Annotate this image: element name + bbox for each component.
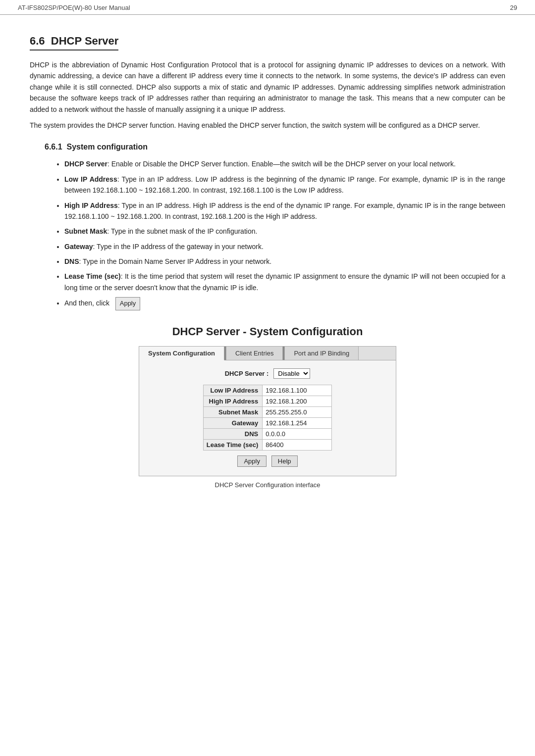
field-value-gateway: 192.168.1.254	[263, 418, 332, 429]
field-value-lease: 86400	[263, 440, 332, 451]
table-row: Lease Time (sec) 86400	[203, 440, 332, 451]
tab-bar: System Configuration Client Entries Port…	[139, 347, 396, 360]
table-row: High IP Address 192.168.1.200	[203, 396, 332, 407]
field-label-gateway: Gateway	[203, 418, 263, 429]
list-item: Low IP Address: Type in an IP address. L…	[64, 174, 505, 196]
field-value-low-ip: 192.168.1.100	[263, 385, 332, 396]
field-value-dns: 0.0.0.0	[263, 429, 332, 440]
field-label-dns: DNS	[203, 429, 263, 440]
manual-title: AT-IFS802SP/POE(W)-80 User Manual	[18, 4, 130, 11]
field-value-high-ip: 192.168.1.200	[263, 396, 332, 407]
help-button[interactable]: Help	[271, 455, 298, 467]
section-heading: 6.6 DHCP Server	[30, 30, 505, 59]
fields-table: Low IP Address 192.168.1.100 High IP Add…	[203, 385, 332, 451]
dhcp-server-select[interactable]: Disable Enable	[273, 368, 310, 379]
dhcp-server-row: DHCP Server : Disable Enable	[154, 368, 381, 379]
list-item: Subnet Mask: Type in the subnet mask of …	[64, 226, 505, 237]
apply-inline-button[interactable]: Apply	[115, 297, 141, 310]
field-label-high-ip: High IP Address	[203, 396, 263, 407]
field-label-subnet: Subnet Mask	[203, 407, 263, 418]
table-row: Gateway 192.168.1.254	[203, 418, 332, 429]
main-content: 6.6 DHCP Server DHCP is the abbreviation…	[0, 25, 535, 508]
tab-client-entries[interactable]: Client Entries	[226, 347, 283, 360]
table-row: Subnet Mask 255.255.255.0	[203, 407, 332, 418]
subsection-heading: 6.6.1 System configuration	[30, 143, 505, 151]
apply-button[interactable]: Apply	[237, 455, 267, 467]
list-item: DHCP Server: Enable or Disable the DHCP …	[64, 158, 505, 169]
ui-section: DHCP Server - System Configuration Syste…	[30, 325, 505, 489]
description-para-2: The system provides the DHCP server func…	[30, 120, 505, 131]
description-para-1: DHCP is the abbreviation of Dynamic Host…	[30, 59, 505, 115]
page-number: 29	[510, 4, 517, 11]
field-label-low-ip: Low IP Address	[203, 385, 263, 396]
tab-port-ip-binding[interactable]: Port and IP Binding	[285, 347, 359, 360]
ui-panel-title: DHCP Server - System Configuration	[30, 325, 505, 338]
section-title: 6.6 DHCP Server	[30, 35, 118, 50]
tab-system-configuration[interactable]: System Configuration	[139, 347, 224, 360]
list-item: DNS: Type in the Domain Name Server IP A…	[64, 256, 505, 267]
list-item: Lease Time (sec): It is the time period …	[64, 271, 505, 293]
and-then-list: And then, click Apply	[30, 297, 505, 310]
and-then-item: And then, click Apply	[64, 297, 505, 310]
page-wrapper: AT-IFS802SP/POE(W)-80 User Manual 29 6.6…	[0, 0, 535, 756]
field-value-subnet: 255.255.255.0	[263, 407, 332, 418]
table-row: Low IP Address 192.168.1.100	[203, 385, 332, 396]
btn-row: Apply Help	[154, 455, 381, 467]
bullet-list: DHCP Server: Enable or Disable the DHCP …	[30, 158, 505, 293]
dhcp-server-label: DHCP Server :	[225, 370, 269, 377]
list-item: Gateway: Type in the IP address of the g…	[64, 241, 505, 252]
config-form: DHCP Server : Disable Enable Low IP Addr…	[139, 360, 396, 476]
header-bar: AT-IFS802SP/POE(W)-80 User Manual 29	[0, 0, 535, 15]
ui-caption: DHCP Server Configuration interface	[30, 481, 505, 489]
dhcp-panel: System Configuration Client Entries Port…	[139, 346, 396, 476]
list-item: High IP Address: Type in an IP address. …	[64, 200, 505, 222]
table-row: DNS 0.0.0.0	[203, 429, 332, 440]
field-label-lease: Lease Time (sec)	[203, 440, 263, 451]
